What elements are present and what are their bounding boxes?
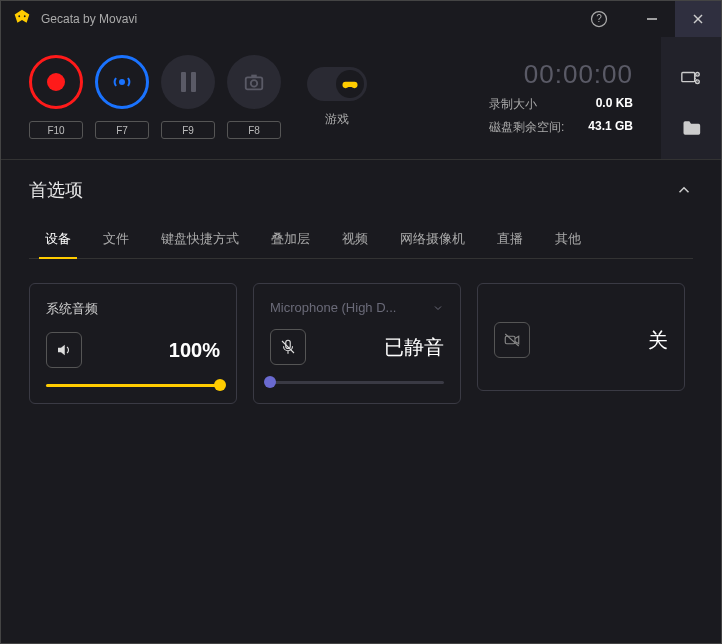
pause-button[interactable] <box>161 55 215 109</box>
stream-button[interactable] <box>95 55 149 109</box>
prefs-tabs: 设备 文件 键盘快捷方式 叠加层 视频 网络摄像机 直播 其他 <box>29 220 693 259</box>
record-dot-icon <box>47 73 65 91</box>
gamepad-icon <box>341 75 359 93</box>
tab-video[interactable]: 视频 <box>326 220 384 258</box>
stream-hotkey[interactable]: F7 <box>95 121 149 139</box>
size-label: 录制大小 <box>489 96 537 113</box>
svg-rect-8 <box>251 75 257 78</box>
disk-label: 磁盘剩余空间: <box>489 119 564 136</box>
minimize-button[interactable] <box>629 1 675 37</box>
mic-panel: Microphone (High D... 已静音 <box>253 283 461 404</box>
app-logo-icon <box>11 8 33 30</box>
svg-point-5 <box>119 79 125 85</box>
system-audio-panel: 系统音频 100% <box>29 283 237 404</box>
tab-overlay[interactable]: 叠加层 <box>255 220 326 258</box>
record-hotkey[interactable]: F10 <box>29 121 83 139</box>
media-output-icon <box>680 67 702 89</box>
tab-devices[interactable]: 设备 <box>29 220 87 258</box>
prefs-title: 首选项 <box>29 178 83 202</box>
webcam-toggle[interactable] <box>494 322 530 358</box>
mic-slider[interactable] <box>270 381 444 384</box>
mic-dropdown[interactable]: Microphone (High D... <box>270 300 444 315</box>
pause-icon <box>181 72 196 92</box>
system-audio-toggle[interactable] <box>46 332 82 368</box>
help-icon[interactable]: ? <box>589 9 609 29</box>
mic-status: 已静音 <box>384 334 444 361</box>
mic-toggle[interactable] <box>270 329 306 365</box>
tab-other[interactable]: 其他 <box>539 220 597 258</box>
timer-display: 00:00:00 <box>489 59 633 90</box>
mic-muted-icon <box>279 338 297 356</box>
mic-dropdown-label: Microphone (High D... <box>270 300 396 315</box>
app-title: Gecata by Movavi <box>41 12 137 26</box>
mode-toggle[interactable] <box>307 67 367 101</box>
camera-icon <box>243 71 265 93</box>
tab-webcam[interactable]: 网络摄像机 <box>384 220 481 258</box>
chevron-down-icon <box>432 302 444 314</box>
pause-hotkey[interactable]: F9 <box>161 121 215 139</box>
svg-rect-16 <box>505 336 515 344</box>
svg-text:?: ? <box>596 13 602 24</box>
mode-label: 游戏 <box>325 111 349 128</box>
disk-value: 43.1 GB <box>588 119 633 136</box>
svg-rect-9 <box>682 73 695 82</box>
svg-rect-6 <box>246 77 263 89</box>
folder-button[interactable] <box>672 109 710 147</box>
system-audio-level: 100% <box>169 339 220 362</box>
screenshot-button[interactable] <box>227 55 281 109</box>
system-audio-slider[interactable] <box>46 384 220 387</box>
svg-point-7 <box>251 80 257 86</box>
size-value: 0.0 KB <box>596 96 633 113</box>
tab-shortcuts[interactable]: 键盘快捷方式 <box>145 220 255 258</box>
close-button[interactable] <box>675 1 721 37</box>
speaker-icon <box>55 341 73 359</box>
tab-files[interactable]: 文件 <box>87 220 145 258</box>
webcam-panel: 关 <box>477 283 685 391</box>
collapse-chevron-icon[interactable] <box>675 181 693 199</box>
record-button[interactable] <box>29 55 83 109</box>
media-output-button[interactable] <box>672 59 710 97</box>
system-audio-label: 系统音频 <box>46 300 220 318</box>
screenshot-hotkey[interactable]: F8 <box>227 121 281 139</box>
folder-icon <box>681 118 701 138</box>
tab-live[interactable]: 直播 <box>481 220 539 258</box>
broadcast-icon <box>110 70 134 94</box>
webcam-status: 关 <box>648 327 668 354</box>
webcam-off-icon <box>503 331 521 349</box>
